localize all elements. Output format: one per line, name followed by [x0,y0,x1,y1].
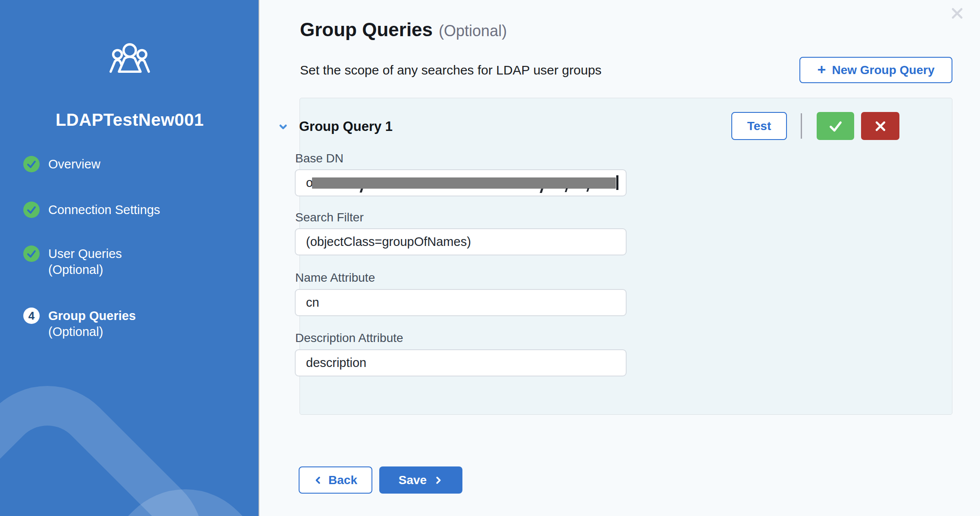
confirm-button[interactable] [817,112,854,140]
back-label: Back [328,473,357,487]
chevron-down-icon[interactable] [277,120,290,133]
connection-name: LDAPTestNew001 [0,110,259,130]
step-complete-icon [23,246,40,262]
page-title: Group Queries(Optional) [300,19,507,40]
search-filter-input[interactable] [295,228,627,255]
save-button[interactable]: Save [379,466,462,494]
check-icon [828,119,843,134]
group-query-title: Group Query 1 [299,119,393,134]
sidebar-step-overview[interactable]: Overview [23,156,100,172]
chevron-right-icon [434,475,443,486]
chevron-left-icon [314,475,323,486]
description-attribute-label: Description Attribute [295,331,403,345]
x-icon [874,120,887,133]
ldap-wizard-modal: LDAPTestNew001 Overview Connection Setti… [0,0,980,516]
test-button[interactable]: Test [731,112,787,140]
group-query-header: Group Query 1 [277,119,393,134]
main-panel: Group Queries(Optional) Set the scope of… [260,0,980,516]
new-group-query-label: New Group Query [832,63,934,77]
logo-watermark [0,258,259,516]
step-sublabel: (Optional) [48,262,122,277]
search-filter-label: Search Filter [295,211,364,224]
step-complete-icon [23,156,40,172]
description-attribute-input[interactable] [295,349,627,376]
step-label: Overview [48,156,100,172]
step-number-badge: 4 [23,308,40,324]
button-divider [801,113,802,139]
name-attribute-input[interactable] [295,289,627,316]
new-group-query-button[interactable]: + New Group Query [799,57,952,83]
back-button[interactable]: Back [299,466,372,494]
close-icon[interactable] [950,6,964,21]
step-sublabel: (Optional) [48,324,136,339]
step-complete-icon [23,202,40,218]
redaction-bar [312,177,616,189]
wizard-sidebar: LDAPTestNew001 Overview Connection Setti… [0,0,259,516]
sidebar-step-connection-settings[interactable]: Connection Settings [23,202,160,218]
base-dn-label: Base DN [295,152,343,165]
base-dn-input[interactable]: o [295,169,627,196]
sidebar-step-group-queries[interactable]: 4 Group Queries (Optional) [23,308,136,339]
page-subtitle: Set the scope of any searches for LDAP u… [300,63,602,78]
step-label: Connection Settings [48,202,160,218]
page-title-optional: (Optional) [439,22,507,40]
step-label: User Queries [48,246,122,262]
people-group-icon [0,41,259,78]
sidebar-step-user-queries[interactable]: User Queries (Optional) [23,246,122,277]
delete-button[interactable] [861,112,899,140]
page-title-text: Group Queries [300,19,433,40]
step-label: Group Queries [48,308,136,324]
name-attribute-label: Name Attribute [295,271,375,285]
save-label: Save [399,473,427,487]
